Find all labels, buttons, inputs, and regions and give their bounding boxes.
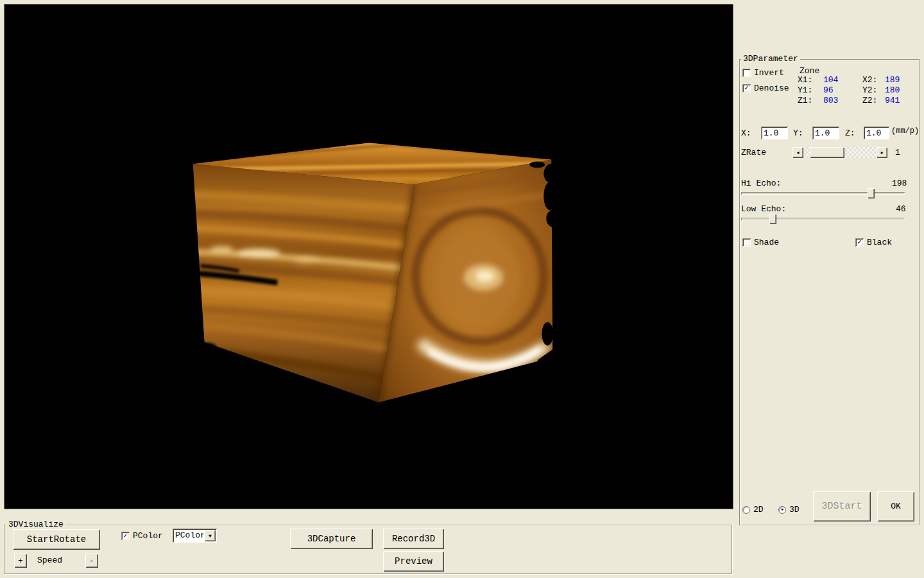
zone-y2-value: 180: [885, 85, 900, 95]
app-window: 3DParameter Invert ✓ Denoise Zone X1: 10…: [0, 0, 924, 578]
pcolor-checkbox-label: PColor: [133, 531, 163, 541]
scale-y-label: Y:: [793, 128, 803, 138]
preview-button[interactable]: Preview: [383, 551, 444, 572]
mode-3d-label: 3D: [789, 505, 800, 514]
low-echo-label: Low Echo:: [741, 204, 786, 214]
scale-x-input[interactable]: [761, 127, 788, 139]
hi-echo-slider-track[interactable]: [741, 192, 905, 195]
black-checkbox[interactable]: ✓ Black: [855, 238, 892, 247]
scale-x-label: X:: [741, 128, 751, 138]
3dcapture-button[interactable]: 3DCapture: [290, 529, 373, 549]
pcolor-checkbox-box[interactable]: ✓: [121, 532, 130, 540]
zrate-value: 1: [895, 148, 900, 157]
speed-minus-button[interactable]: -: [85, 554, 98, 568]
hi-echo-value: 198: [892, 179, 907, 188]
low-echo-value: 46: [896, 204, 906, 214]
parameter-group-title: 3DParameter: [741, 55, 800, 64]
zone-z2-label: Z2:: [862, 96, 877, 105]
zone-x2-value: 189: [885, 75, 900, 85]
scroll-left-glyph: ◄: [796, 150, 799, 155]
hi-echo-label: Hi Echo:: [741, 179, 781, 188]
black-checkbox-box[interactable]: ✓: [855, 238, 864, 247]
chevron-down-icon: ▼: [209, 533, 212, 539]
zrate-scrollbar[interactable]: ◄ ►: [792, 147, 887, 158]
3dstart-button[interactable]: 3DStart: [813, 491, 871, 521]
mode-3d-radio-dot: ●: [781, 507, 783, 512]
3d-viewport[interactable]: [4, 4, 733, 509]
zrate-left-arrow-icon[interactable]: ◄: [792, 147, 803, 158]
start-rotate-button[interactable]: StartRotate: [13, 529, 100, 550]
mode-2d-label: 2D: [753, 505, 764, 514]
scale-y-input[interactable]: [812, 127, 839, 139]
shade-checkbox[interactable]: Shade: [742, 238, 779, 247]
mode-2d-radio-circle[interactable]: [742, 506, 750, 514]
scale-z-input[interactable]: [864, 127, 889, 139]
denoise-checkbox[interactable]: ✓ Denoise: [742, 83, 789, 93]
speed-label: Speed: [37, 556, 62, 565]
zone-x1-label: X1:: [798, 75, 812, 85]
visualize-group-title: 3DVisualize: [6, 520, 65, 529]
pcolor-select[interactable]: PColor ▼: [173, 529, 217, 543]
pcolor-checkmark-icon: ✓: [123, 532, 128, 539]
invert-label: Invert: [754, 68, 784, 78]
shade-label: Shade: [754, 238, 779, 247]
zone-z1-value: 803: [823, 96, 838, 105]
denoise-checkbox-box[interactable]: ✓: [742, 84, 751, 92]
black-label: Black: [867, 238, 892, 247]
zone-y1-value: 96: [823, 85, 834, 95]
black-checkmark-icon: ✓: [857, 239, 862, 246]
zone-z1-label: Z1:: [798, 96, 812, 105]
zone-title: Zone: [800, 66, 819, 76]
hi-echo-slider-thumb[interactable]: [868, 188, 875, 198]
volume-render-svg: [4, 4, 733, 509]
record3d-button[interactable]: Record3D: [383, 529, 444, 549]
zone-y1-label: Y1:: [798, 85, 812, 95]
pcolor-checkbox[interactable]: ✓ PColor: [121, 531, 163, 541]
low-echo-slider-thumb[interactable]: [769, 214, 776, 224]
shade-checkbox-box[interactable]: [742, 238, 751, 247]
speed-plus-button[interactable]: +: [14, 554, 27, 568]
zone-z2-value: 941: [885, 96, 900, 105]
mode-3d-radio[interactable]: ● 3D: [778, 505, 800, 514]
denoise-label: Denoise: [754, 83, 789, 93]
pcolor-select-dropdown-button[interactable]: ▼: [205, 530, 216, 541]
invert-checkbox[interactable]: Invert: [742, 68, 784, 78]
ok-button[interactable]: OK: [877, 491, 914, 521]
denoise-checkmark-icon: ✓: [744, 85, 749, 92]
zone-x1-value: 104: [823, 75, 838, 85]
scale-z-label: Z:: [845, 128, 855, 138]
invert-checkbox-box[interactable]: [742, 69, 751, 77]
zrate-right-arrow-icon[interactable]: ►: [877, 147, 887, 158]
zone-y2-label: Y2:: [862, 85, 877, 95]
mode-3d-radio-circle[interactable]: ●: [778, 506, 786, 514]
zone-x2-label: X2:: [862, 75, 877, 85]
low-echo-slider-track[interactable]: [741, 218, 905, 220]
mode-2d-radio[interactable]: 2D: [742, 505, 764, 514]
scale-unit-label: (mm/p): [891, 127, 919, 136]
zrate-thumb[interactable]: [810, 147, 844, 158]
pcolor-select-value: PColor: [173, 529, 203, 543]
scroll-right-glyph: ►: [880, 150, 883, 155]
zrate-label: ZRate: [741, 148, 766, 157]
zrate-track[interactable]: [803, 147, 877, 158]
